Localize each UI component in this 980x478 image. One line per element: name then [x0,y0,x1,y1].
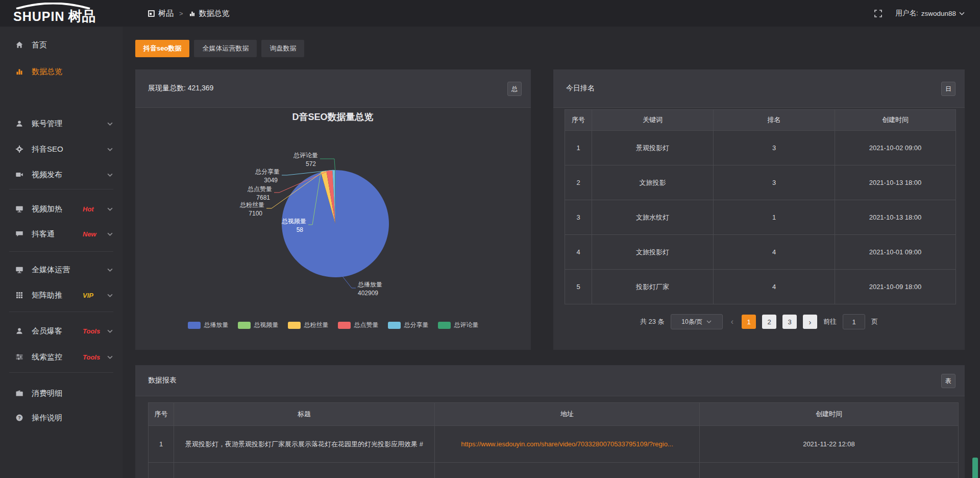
table-cell: 文旅水纹灯 [592,200,714,235]
chevron-down-icon [959,12,965,15]
table-cell [435,463,700,478]
legend-item-fans[interactable]: 总粉丝量 [288,321,329,329]
breadcrumb-current: 数据总览 [199,9,230,18]
legend-swatch [238,322,251,329]
chevron-down-icon [107,268,113,272]
monitor-icon [15,266,23,274]
next-page-button[interactable]: › [803,315,817,329]
legend-item-plays[interactable]: 总播放量 [188,321,229,329]
sidebar-divider [9,372,113,373]
table-cell: 4 [714,235,835,270]
pie-label-fans: 总粉丝量 [239,201,264,208]
username-label: 用户名: [895,9,918,18]
sidebar-item-member-baoke[interactable]: 会员爆客 Tools [0,319,122,343]
video-link[interactable]: https://www.iesdouyin.com/share/video/70… [435,426,700,463]
pie-value-comments: 572 [306,160,316,168]
legend-item-shares[interactable]: 总分享量 [388,321,429,329]
legend-swatch [338,322,351,329]
sidebar-item-media-operation[interactable]: 全媒体运营 [0,257,122,282]
legend-item-comments[interactable]: 总评论量 [438,321,479,329]
hot-badge: Hot [83,205,94,213]
day-toggle-button[interactable]: 日 [941,82,955,96]
table-cell: 4 [714,270,835,304]
total-toggle-button[interactable]: 总 [507,82,522,96]
table-cell: 投影灯厂家 [592,270,714,304]
tab-inquiry-data[interactable]: 询盘数据 [261,40,304,57]
legend-item-likes[interactable]: 总点赞量 [338,321,379,329]
sidebar-item-data-overview[interactable]: 数据总览 [0,59,122,84]
legend-swatch [388,322,401,329]
legend-item-videos[interactable]: 总视频量 [238,321,279,329]
username-value: zswodun88 [921,10,956,17]
page-size-select[interactable]: 10条/页 [671,314,723,329]
chevron-down-icon [107,122,113,126]
pie-label-likes: 总点赞量 [247,185,272,193]
sidebar-item-consumption[interactable]: 消费明细 [0,381,122,405]
pie-label-shares: 总分享量 [255,168,280,175]
tab-media-operation-data[interactable]: 全媒体运营数据 [194,40,257,57]
app-logo[interactable]: SHUPIN 树品 [13,2,95,27]
table-cell: 景观投影灯 [592,131,714,165]
pie-label-comments: 总评论量 [293,152,318,159]
table-cell: 2021-11-22 12:08 [700,426,959,463]
bar-chart-icon [15,67,23,76]
logo-text-cn: 树品 [68,6,95,27]
table-toggle-button[interactable]: 表 [941,374,955,388]
user-menu[interactable]: 用户名: zswodun88 [895,9,965,18]
pie-label-videos: 总视频量 [281,218,306,225]
tools-badge: Tools [83,327,100,335]
pie-value-videos: 58 [297,226,304,233]
floating-widget[interactable] [972,458,978,478]
pie-value-likes: 7681 [256,194,270,201]
goto-page-input[interactable] [843,314,865,329]
vip-badge: VIP [83,292,93,299]
sidebar-item-account[interactable]: 账号管理 [0,111,122,136]
gear-icon [15,145,23,153]
legend-swatch [188,322,201,329]
page-button-1[interactable]: 1 [742,315,756,329]
column-header: 关键词 [592,110,714,131]
pagination: 共 23 条 10条/页 ‹ 1 2 3 › 前往 页 [553,315,965,329]
column-header: 标题 [174,403,435,426]
sidebar-item-douyin-seo[interactable]: 抖音SEO [0,137,122,161]
table-cell: 1 [149,426,174,463]
sidebar-item-help[interactable]: ? 操作说明 [0,405,122,430]
table-cell: 2 [565,165,592,200]
breadcrumb-root[interactable]: 树品 [158,9,174,18]
pie-value-shares: 3049 [264,177,278,184]
chevron-down-icon [107,232,113,236]
table-cell: 3 [565,200,592,235]
table-cell: 4 [565,235,592,270]
sidebar-item-matrix-boost[interactable]: 矩阵助推 VIP [0,283,122,307]
column-header: 排名 [714,110,835,131]
table-cell: 2021-10-13 18:00 [835,200,956,235]
topbar: SHUPIN 树品 树品 > 数据总览 用户名: zswodun88 [0,0,980,27]
sidebar: 首页 数据总览 账号管理 抖音SEO [0,27,122,478]
page-button-3[interactable]: 3 [782,315,797,329]
pie-value-plays: 402909 [358,290,378,297]
prev-page-button[interactable]: ‹ [729,317,736,326]
impressions-panel: 展现量总数: 421,369 总 D音SEO数据量总览 [135,69,531,350]
screen-icon [15,205,23,213]
fullscreen-icon[interactable] [874,10,882,17]
report-panel-title: 数据报表 [148,365,177,396]
logo-arc-icon [14,3,92,9]
logo-text-en: SHUPIN [13,6,64,27]
video-camera-icon [15,171,23,179]
seo-pie-chart: D音SEO数据量总览 总评论量 572 总分享量 3 [135,108,531,350]
sidebar-item-home[interactable]: 首页 [0,33,122,57]
sidebar-divider [9,189,113,189]
sidebar-item-video-publish[interactable]: 视频发布 [0,162,122,187]
svg-text:?: ? [18,415,21,420]
sidebar-item-lead-monitor[interactable]: 线索监控 Tools [0,345,122,369]
sidebar-item-douketong[interactable]: 抖客通 New [0,222,122,246]
sliders-icon [15,353,23,361]
question-icon: ? [15,414,23,422]
chevron-down-icon [107,148,113,151]
member-icon [15,327,23,335]
tab-douyin-seo-data[interactable]: 抖音seo数据 [135,40,189,57]
page-button-2[interactable]: 2 [762,315,776,329]
table-cell: 5 [565,270,592,304]
sidebar-item-video-heat[interactable]: 视频加热 Hot [0,197,122,221]
sidebar-divider [9,251,113,252]
